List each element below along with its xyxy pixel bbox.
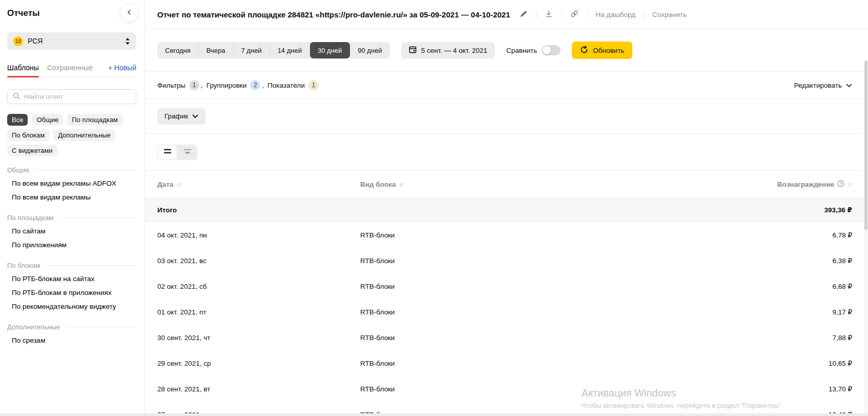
cell-reward: 6,78 ₽ — [832, 231, 852, 239]
table-row: 04 окт. 2021, пнRTB-блоки6,78 ₽ — [145, 222, 868, 248]
date-toolbar: СегодняВчера7 дней14 дней30 дней90 дней … — [145, 29, 868, 72]
filter-summary-label[interactable]: Группировки — [206, 82, 246, 89]
range-button[interactable]: Вчера — [199, 42, 234, 58]
table-row: 03 окт. 2021, всRTB-блоки6,38 ₽ — [145, 248, 868, 273]
page-title: Отчеты — [7, 0, 136, 18]
report-template-link[interactable]: По приложениям — [7, 238, 136, 252]
total-value: 393,36 ₽ — [824, 206, 852, 214]
column-block-type: Вид блока ↓↑ — [360, 181, 777, 188]
table-row: 28 сент. 2021, втRTB-блоки13,70 ₽ — [145, 376, 868, 402]
chevron-down-icon — [846, 82, 852, 89]
section-label: Дополнительные — [7, 323, 136, 331]
column-header-date[interactable]: Дата — [157, 181, 173, 188]
template-filter-chip[interactable]: С виджетами — [7, 145, 57, 156]
filter-summary-label[interactable]: Показатели — [267, 82, 305, 89]
link-icon — [570, 9, 579, 20]
cell-reward: 6,68 ₽ — [832, 282, 852, 290]
sidebar-collapse-button[interactable] — [120, 4, 138, 22]
date-picker-button[interactable]: 5 сент. — 4 окт. 2021 — [401, 42, 495, 58]
table-row: 02 окт. 2021, сбRTB-блоки6,68 ₽ — [145, 273, 868, 299]
report-template-link[interactable]: По срезам — [7, 333, 136, 347]
sort-icon[interactable]: ↓↑ — [176, 181, 181, 187]
flat-view-button[interactable] — [157, 145, 177, 160]
range-button[interactable]: 90 дней — [350, 42, 389, 58]
select-updown-icon — [125, 37, 130, 45]
search-icon — [12, 92, 20, 102]
edit-report-button[interactable]: Редактировать — [794, 82, 852, 89]
cell-block-type: RTB-блоки — [360, 360, 829, 367]
vertical-scrollbar[interactable] — [864, 61, 868, 413]
cell-date: 04 окт. 2021, пн — [157, 231, 360, 239]
range-button[interactable]: 14 дней — [270, 42, 310, 58]
template-filter-chip[interactable]: По площадкам — [67, 114, 122, 126]
filter-summary-label[interactable]: Фильтры — [157, 82, 185, 89]
compare-control: Сравнить — [506, 45, 561, 55]
to-dashboard-button[interactable]: На дашборд — [596, 11, 636, 18]
column-date: Дата ↓↑ — [157, 181, 360, 188]
svg-text:?: ? — [839, 181, 842, 186]
filter-count-badge: 2 — [250, 80, 260, 90]
table-row: 01 окт. 2021, птRTB-блоки9,17 ₽ — [145, 299, 868, 325]
compare-toggle[interactable] — [542, 45, 561, 55]
range-button[interactable]: 30 дней — [310, 42, 350, 58]
report-search — [7, 89, 136, 104]
template-filter-chip[interactable]: По блокам — [7, 129, 49, 141]
table-row: 30 сент. 2021, чтRTB-блоки7,88 ₽ — [145, 325, 868, 350]
comma: , — [201, 82, 203, 89]
separator — [587, 11, 588, 18]
chevron-left-icon — [126, 9, 132, 17]
horizontal-scrollbar[interactable] — [0, 413, 868, 416]
cell-block-type: RTB-блоки — [360, 308, 832, 316]
column-header-block[interactable]: Вид блока — [360, 181, 396, 188]
cell-reward: 10,65 ₽ — [829, 359, 852, 367]
edit-report-label: Редактировать — [794, 82, 842, 89]
cell-date: 01 окт. 2021, пт — [157, 308, 360, 316]
tab-templates[interactable]: Шаблоны — [7, 64, 39, 72]
search-input[interactable] — [24, 93, 131, 101]
header-actions: На дашборд Сохранить — [520, 9, 687, 20]
cell-date: 30 сент. 2021, чт — [157, 334, 360, 342]
scrollbar-thumb[interactable] — [864, 61, 867, 230]
template-filter-chip[interactable]: Все — [7, 114, 28, 126]
cell-block-type: RTB-блоки — [360, 231, 832, 239]
edit-title-button[interactable] — [520, 10, 528, 19]
report-template-link[interactable]: По всем видам рекламы — [7, 190, 136, 204]
save-report-button[interactable]: Сохранить — [652, 11, 687, 18]
range-button[interactable]: 7 дней — [234, 42, 270, 58]
cell-date: 02 окт. 2021, сб — [157, 283, 360, 290]
copy-link-button[interactable] — [570, 9, 579, 20]
tab-saved[interactable]: Сохраненные — [47, 64, 93, 72]
range-button[interactable]: Сегодня — [157, 42, 199, 58]
chart-type-row: График — [145, 99, 868, 134]
new-report-button[interactable]: + Новый — [108, 64, 136, 72]
tree-list-icon — [184, 148, 191, 156]
sidebar-sections: ОбщиеПо всем видам рекламы ADFOXПо всем … — [7, 166, 136, 347]
report-template-link[interactable]: По РТБ-блокам в приложениях — [7, 286, 136, 300]
template-filter-chip[interactable]: Дополнительные — [53, 129, 115, 141]
report-template-link[interactable]: По сайтам — [7, 224, 136, 238]
sort-icon[interactable]: ↓↑ — [399, 181, 403, 187]
report-template-link[interactable]: По всем видам рекламы ADFOX — [7, 176, 136, 190]
compare-label: Сравнить — [506, 47, 537, 54]
total-label: Итого — [157, 206, 360, 214]
table-body: 04 окт. 2021, пнRTB-блоки6,78 ₽03 окт. 2… — [145, 222, 868, 416]
cell-date: 29 сент. 2021, ср — [157, 360, 360, 367]
product-selector[interactable]: 10 РСЯ — [7, 32, 136, 50]
sort-icon[interactable]: ↓↑ — [848, 181, 852, 187]
pencil-icon — [520, 10, 528, 19]
tree-view-button[interactable] — [177, 145, 197, 160]
report-template-link[interactable]: По рекомендательному виджету — [7, 300, 136, 313]
download-button[interactable] — [545, 10, 553, 19]
chart-type-button[interactable]: График — [157, 108, 205, 125]
separator — [644, 11, 644, 18]
filters-row: Фильтры1,Группировки2,Показатели1 Редакт… — [145, 72, 868, 99]
report-template-link[interactable]: По РТБ-блокам на сайтах — [7, 272, 136, 286]
table-total-row: Итого 393,36 ₽ — [145, 197, 868, 222]
column-header-reward[interactable]: Вознаграждение — [777, 181, 834, 188]
report-title: Отчет по тематической площадке 284821 «h… — [157, 10, 510, 19]
chart-type-label: График — [164, 112, 188, 120]
refresh-button[interactable]: Обновить — [572, 42, 632, 59]
template-filter-chip[interactable]: Общие — [32, 114, 63, 126]
help-icon[interactable]: ? — [837, 180, 844, 189]
cell-block-type: RTB-блоки — [360, 283, 832, 290]
